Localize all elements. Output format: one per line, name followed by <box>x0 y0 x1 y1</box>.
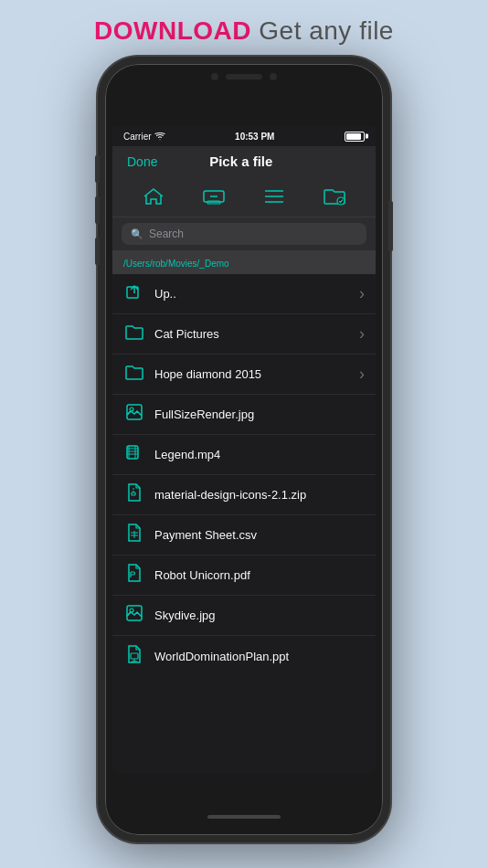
home-indicator <box>207 815 281 819</box>
pdf-file-icon <box>123 564 145 587</box>
drive-toolbar-button[interactable] <box>194 182 234 211</box>
list-item[interactable]: Hope diamond 2015› <box>112 355 376 395</box>
up-file-icon <box>123 283 145 304</box>
download-highlight: DOWNLOAD <box>94 16 251 45</box>
path-text: /Users/rob/Movies/_Demo <box>123 259 229 269</box>
folder-check-toolbar-button[interactable] <box>314 182 355 211</box>
video-file-icon <box>123 445 145 464</box>
zip-file-icon <box>123 483 145 506</box>
folder-file-icon <box>123 324 145 344</box>
file-name-label: Up.. <box>154 287 350 301</box>
file-name-label: FullSizeRender.jpg <box>154 408 365 421</box>
image-file-icon <box>123 605 145 626</box>
chevron-right-icon: › <box>359 365 365 384</box>
volume-down-button <box>95 196 100 224</box>
file-name-label: Robot Unicorn.pdf <box>154 568 365 582</box>
file-name-label: Payment Sheet.csv <box>154 528 365 542</box>
camera-dot <box>211 73 218 80</box>
list-item[interactable]: FullSizeRender.jpg <box>112 395 376 435</box>
list-item[interactable]: Robot Unicorn.pdf <box>112 556 376 596</box>
search-bar: 🔍 Search <box>112 217 376 250</box>
search-placeholder: Search <box>149 228 184 240</box>
search-icon: 🔍 <box>131 228 143 240</box>
status-bar: Carrier 10:53 PM <box>112 126 376 146</box>
list-item[interactable]: Up..› <box>112 274 376 314</box>
toolbar <box>112 176 376 217</box>
phone-frame: Carrier 10:53 PM Done Pick a file <box>98 57 390 842</box>
volume-up-button <box>95 155 100 183</box>
carrier-info: Carrier <box>123 132 165 142</box>
file-name-label: WorldDominationPlan.ppt <box>154 650 365 663</box>
mute-button <box>95 238 100 265</box>
status-time: 10:53 PM <box>235 132 274 142</box>
carrier-label: Carrier <box>123 132 152 142</box>
image-file-icon <box>123 404 145 425</box>
svg-point-24 <box>130 609 133 612</box>
list-item[interactable]: material-design-icons-2.1.zip <box>112 475 376 515</box>
folder-file-icon <box>123 365 145 385</box>
battery-icon <box>345 132 365 142</box>
chevron-right-icon: › <box>359 324 365 344</box>
svg-point-10 <box>130 408 133 411</box>
battery-fill <box>346 133 361 140</box>
chevron-right-icon: › <box>359 284 365 303</box>
phone-camera-area <box>211 73 277 80</box>
subtitle-text: Get any file <box>259 16 394 45</box>
power-button <box>388 201 393 251</box>
file-name-label: Cat Pictures <box>154 327 350 341</box>
file-name-label: Hope diamond 2015 <box>154 367 350 381</box>
list-item[interactable]: Skydive.jpg <box>112 596 376 636</box>
path-bar: /Users/rob/Movies/_Demo <box>112 250 376 274</box>
file-name-label: material-design-icons-2.1.zip <box>154 488 365 502</box>
sensor-dot <box>270 73 277 80</box>
list-item[interactable]: Payment Sheet.csv <box>112 515 376 556</box>
navigation-bar: Done Pick a file <box>112 146 376 176</box>
marketing-header: DOWNLOAD Get any file <box>0 16 488 46</box>
file-list: Up..›Cat Pictures›Hope diamond 2015›Full… <box>112 274 376 676</box>
done-button[interactable]: Done <box>127 154 157 169</box>
phone-screen: Carrier 10:53 PM Done Pick a file <box>112 126 376 773</box>
list-item[interactable]: Legend.mp4 <box>112 435 376 475</box>
svg-rect-19 <box>132 492 135 495</box>
list-item[interactable]: WorldDominationPlan.ppt <box>112 636 376 676</box>
file-name-label: Skydive.jpg <box>154 609 365 622</box>
speaker-bar <box>226 74 262 79</box>
svg-rect-26 <box>131 653 138 659</box>
list-item[interactable]: Cat Pictures› <box>112 314 376 355</box>
list-toolbar-button[interactable] <box>254 182 294 211</box>
nav-title: Pick a file <box>209 153 272 169</box>
wifi-icon <box>154 132 165 141</box>
search-input-wrapper[interactable]: 🔍 Search <box>122 223 366 245</box>
file-name-label: Legend.mp4 <box>154 448 365 461</box>
home-toolbar-button[interactable] <box>133 182 174 211</box>
csv-file-icon <box>123 524 145 546</box>
ppt-file-icon <box>123 645 145 668</box>
